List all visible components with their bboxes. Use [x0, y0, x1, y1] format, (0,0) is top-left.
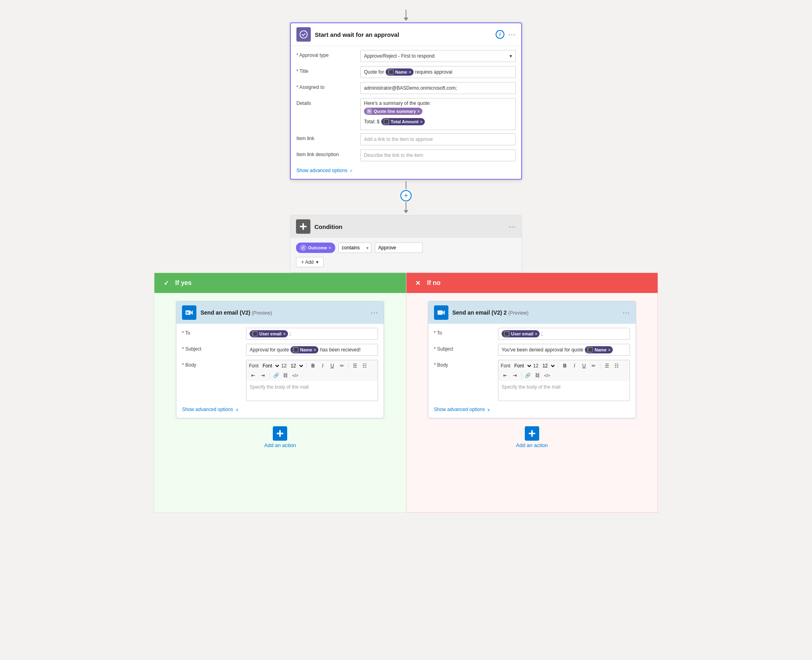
code-btn-no[interactable]: </> — [543, 371, 552, 380]
font-size-select-no[interactable]: 12 — [539, 362, 556, 370]
code-btn-yes[interactable]: </> — [291, 371, 300, 380]
user-email-no-remove[interactable]: × — [535, 332, 537, 336]
font-size-select-yes[interactable]: 12 — [288, 362, 304, 370]
no-body-label: * Body — [434, 360, 498, 368]
no-subject-row: * Subject You've been denied approval fo… — [434, 344, 630, 357]
approval-type-row: * Approval type Approve/Reject - First t… — [296, 50, 516, 63]
condition-value-input[interactable] — [375, 243, 423, 253]
quote-line-token-remove[interactable]: × — [418, 109, 420, 114]
email-no-more-btn[interactable]: ··· — [623, 309, 630, 317]
add-chevron: ▾ — [316, 259, 318, 265]
font-label-no: Font — [501, 363, 510, 369]
yes-to-input[interactable]: ⬛ User email × ; — [246, 328, 378, 340]
email-yes-header: M Send an email (V2) (Preview) ··· — [176, 301, 384, 324]
details-row: Details Here's a summary of the quote: f… — [296, 98, 516, 130]
add-action-yes-btn[interactable]: Add an action — [264, 426, 296, 448]
pen-btn-no[interactable]: ✏ — [589, 361, 598, 370]
item-link-desc-row: Item link description Describe the link … — [296, 149, 516, 162]
unlink-btn-yes[interactable]: ⛓ — [281, 371, 290, 380]
name-token-remove[interactable]: × — [409, 70, 411, 74]
approval-show-advanced[interactable]: Show advanced options ✓ — [296, 165, 516, 177]
approval-header-actions: i ··· — [496, 30, 516, 39]
check-icon: ✓ — [161, 278, 171, 288]
ordered-btn-yes[interactable]: ☷ — [360, 361, 369, 370]
indent-left-no[interactable]: ⇤ — [501, 371, 510, 380]
title-label: * Title — [296, 66, 360, 74]
italic-btn-no[interactable]: I — [570, 361, 579, 370]
name-token-yes-remove[interactable]: × — [314, 348, 316, 352]
condition-card: Condition ··· ✓ Outcome × contains + Add — [290, 215, 522, 273]
approval-icon — [296, 27, 311, 42]
email-yes-more-btn[interactable]: ··· — [371, 309, 378, 317]
indent-right-yes[interactable]: ⇥ — [258, 371, 267, 380]
assigned-input[interactable]: administrator@BASDemo.onmicrosoft.com; — [360, 82, 516, 94]
link-btn-no[interactable]: 🔗 — [524, 371, 532, 380]
name-token-yes: ⬛ Name × — [290, 346, 318, 353]
indent-left-yes[interactable]: ⇤ — [249, 371, 258, 380]
no-to-row: * To ⬛ User email × ; — [434, 328, 630, 341]
item-link-input[interactable]: Add a link to the item to approve — [360, 133, 516, 145]
yes-body-editor: Font Font 12 12 B — [246, 360, 378, 401]
item-link-desc-label: Item link description — [296, 149, 360, 157]
operator-select[interactable]: contains — [338, 243, 372, 253]
info-icon[interactable]: i — [496, 30, 504, 39]
outcome-token-remove[interactable]: × — [329, 246, 331, 250]
no-show-advanced[interactable]: Show advanced options ∨ — [434, 404, 630, 415]
more-options-btn[interactable]: ··· — [508, 30, 516, 39]
body-textarea-yes[interactable]: Specify the body of the mail — [246, 381, 378, 401]
no-body-toolbar: Font Font 12 12 B — [498, 360, 630, 381]
branch-yes-header: ✓ If yes — [154, 273, 406, 293]
no-subject-input[interactable]: You've been denied approval for quote ⬛ … — [498, 344, 630, 356]
yes-body-row: * Body Font Font 12 12 — [182, 360, 378, 401]
approval-type-input[interactable]: Approve/Reject - First to respond ▾ — [360, 50, 516, 62]
condition-icon — [296, 219, 310, 234]
item-link-desc-input[interactable]: Describe the link to the item — [360, 149, 516, 161]
add-step-circle[interactable]: + — [400, 190, 412, 201]
details-input[interactable]: Here's a summary of the quote: fx Quote … — [360, 98, 516, 130]
bold-btn-no[interactable]: B — [560, 361, 569, 370]
indent-right-no[interactable]: ⇥ — [510, 371, 519, 380]
add-condition-btn[interactable]: + Add ▾ — [296, 257, 324, 267]
toolbar-divider-no-3 — [521, 372, 522, 379]
outlook-no-icon — [434, 305, 448, 320]
bullet-btn-no[interactable]: ☰ — [602, 361, 611, 370]
condition-body: ✓ Outcome × contains + Add ▾ — [290, 238, 522, 272]
total-amount-token-remove[interactable]: × — [420, 120, 422, 124]
font-select-yes[interactable]: Font — [259, 362, 280, 370]
add-action-no-btn[interactable]: Add an action — [516, 426, 548, 448]
unlink-btn-no[interactable]: ⛓ — [533, 371, 542, 380]
underline-btn-no[interactable]: U — [580, 361, 588, 370]
assigned-row: * Assigned to administrator@BASDemo.onmi… — [296, 82, 516, 95]
link-btn-yes[interactable]: 🔗 — [272, 371, 280, 380]
user-email-token-no: ⬛ User email × — [502, 330, 540, 337]
name-token-no-remove[interactable]: × — [608, 348, 610, 352]
italic-btn-yes[interactable]: I — [318, 361, 327, 370]
approval-card-header: Start and wait for an approval i ··· — [291, 23, 521, 46]
user-email-yes-remove[interactable]: × — [283, 332, 286, 336]
bullet-btn-yes[interactable]: ☰ — [351, 361, 360, 370]
font-select-no[interactable]: Font — [511, 362, 532, 370]
outlook-yes-icon: M — [182, 305, 196, 320]
yes-subject-row: * Subject Approval for quote ⬛ Name × ha… — [182, 344, 378, 357]
add-action-no-label: Add an action — [516, 442, 548, 448]
no-to-input[interactable]: ⬛ User email × ; — [498, 328, 630, 340]
branch-yes: ✓ If yes M Send an email — [154, 273, 406, 513]
title-input[interactable]: Quote for ⬛ Name × requires approval — [360, 66, 516, 78]
bold-btn-yes[interactable]: B — [309, 361, 318, 370]
underline-btn-yes[interactable]: U — [328, 361, 337, 370]
yes-show-advanced[interactable]: Show advanced options ∨ — [182, 404, 378, 415]
yes-to-label: * To — [182, 328, 246, 336]
condition-more-btn[interactable]: ··· — [509, 223, 516, 231]
ordered-btn-no[interactable]: ☷ — [612, 361, 621, 370]
split-container: ✓ If yes M Send an email — [154, 273, 658, 513]
operator-select-wrapper: contains — [338, 243, 372, 253]
add-action-yes-icon — [273, 426, 287, 441]
svg-rect-6 — [279, 430, 281, 437]
email-yes-titles: Send an email (V2) (Preview) — [200, 309, 367, 316]
pen-btn-yes[interactable]: ✏ — [338, 361, 346, 370]
details-label: Details — [296, 98, 360, 106]
branch-no: ✕ If no Send an email (V2) 2 — [406, 273, 658, 513]
yes-subject-input[interactable]: Approval for quote ⬛ Name × has been rec… — [246, 344, 378, 356]
outcome-token: ✓ Outcome × — [296, 243, 335, 253]
body-textarea-no[interactable]: Specify the body of the mail — [498, 381, 630, 401]
